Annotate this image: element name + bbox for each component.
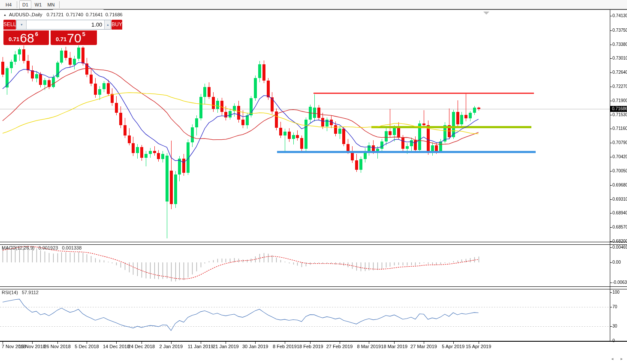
price-tick-label: 0.71900 [612,98,627,104]
price-tick-label: 0.69310 [612,196,627,202]
tab-scrollbar: ◂ ▸ [605,356,623,361]
macd-tick-label: -0.00639 [612,280,627,286]
date-tick-label: 21 Jan 2019 [212,344,239,349]
price-tick-label: 0.71160 [612,126,627,132]
price-tick-label: 0.70050 [612,168,627,174]
date-tick-label: 24 Dec 2018 [128,344,155,349]
date-tick-label: 18 Mar 2019 [380,344,408,349]
price-tick-label: 0.70420 [612,154,627,160]
price-tick-label: 0.74130 [612,13,627,19]
price-tick-label: 0.73010 [612,55,627,61]
rsi-tick-label: 0 [612,338,615,344]
price-tick-label: 0.70790 [612,140,627,146]
sell-button[interactable]: SELL [3,20,16,30]
chart-symbol-label: AUDUSD-,Daily [9,12,42,17]
sell-price-big: 68 [20,32,34,44]
date-tick-label: 26 Nov 2018 [44,344,71,349]
price-tick-label: 0.68200 [612,238,627,244]
current-price-tag: 0.71686 [610,106,627,112]
buy-button[interactable]: BUY [112,20,122,30]
sell-price-box[interactable]: 0.71 68 6 [3,30,49,45]
sell-price-pip: 6 [35,31,38,37]
date-tick-label: 30 Jan 2019 [241,344,269,349]
volume-increase-button[interactable]: ▲ [104,20,111,29]
symbol-marker-icon: ▲ [3,13,6,16]
timeframe-toolbar: H4D1W1MN [0,0,627,9]
rsi-tick-label: 30 [612,323,617,329]
date-tick-label: 5 Dec 2018 [73,344,100,349]
ohlc-low: 0.71641 [86,12,103,17]
date-tick-label: 2 Jan 2019 [157,344,185,349]
chart-canvas[interactable] [0,0,627,364]
toolbar-separator [17,1,17,8]
date-tick-label: 18 Feb 2019 [296,344,324,349]
rsi-tick-label: 100 [612,289,620,295]
date-tick-label: 15 Apr 2019 [465,344,492,349]
price-tick-label: 0.72270 [612,84,627,90]
buy-price-fraction: 0.71 [51,36,67,44]
spin-down-icon: ▼ [20,23,23,26]
price-tick-label: 0.69680 [612,182,627,188]
price-tick-label: 0.71530 [612,112,627,118]
price-tick-label: 0.68570 [612,224,627,230]
buy-price-box[interactable]: 0.71 70 5 [51,30,97,45]
rsi-tick-label: 70 [612,304,617,310]
timeframe-button-mn[interactable]: MN [45,0,57,9]
timeframe-button-h4[interactable]: H4 [3,0,15,9]
date-tick-label: 27 Feb 2019 [326,344,353,349]
mt4-window: H4D1W1MN ▲ AUDUSD-,Daily 0.71721 0.71740… [0,0,627,364]
macd-indicator-label: MACD(12,26,9) 0.001923 0.001338 [2,245,84,250]
chart-shift-marker-icon[interactable] [483,12,489,15]
price-tick-label: 0.73750 [612,27,627,33]
rsi-indicator-label: RSI(14) 57.9112 [2,290,41,295]
ohlc-high: 0.71740 [66,12,83,17]
chart-header: ▲ AUDUSD-,Daily 0.71721 0.71740 0.71641 … [3,12,125,17]
scroll-right-icon[interactable]: ▸ [621,356,623,361]
date-tick-label: 27 Mar 2019 [410,344,437,349]
ohlc-close: 0.71686 [106,12,123,17]
volume-input[interactable] [27,20,104,29]
price-tick-label: 0.73380 [612,42,627,48]
rsi-name: RSI(14) [2,290,18,295]
macd-tick-label: 0.00 [612,259,621,265]
volume-stepper: ▼ ▲ [16,20,111,30]
macd-value-1: 0.001923 [38,245,58,250]
volume-decrease-button[interactable]: ▼ [17,20,27,29]
ohlc-open: 0.71721 [47,12,64,17]
one-click-trading-panel: SELL ▼ ▲ BUY 0.71 68 6 0.71 70 5 [3,20,97,45]
date-tick-label: 8 Feb 2019 [271,344,298,349]
price-tick-label: 0.72640 [612,69,627,75]
timeframe-button-w1[interactable]: W1 [32,0,44,9]
date-tick-label: 11 Jan 2019 [187,344,214,349]
buy-price-big: 70 [67,32,81,44]
timeframe-button-d1[interactable]: D1 [19,0,31,9]
date-tick-label: 8 Mar 2019 [355,344,383,349]
date-tick-label: 14 Dec 2018 [102,344,130,349]
rsi-value: 57.9112 [22,290,39,295]
sell-price-fraction: 0.71 [3,36,20,44]
macd-name: MACD(12,26,9) [2,245,34,250]
price-tick-label: 0.68940 [612,210,627,216]
toolbar-separator [59,1,60,8]
spin-up-icon: ▲ [106,23,109,26]
macd-value-2: 0.001338 [62,245,81,250]
date-tick-label: 5 Apr 2019 [440,344,467,349]
scroll-left-icon[interactable]: ◂ [611,356,613,361]
macd-tick-label: 0.004694 [612,244,627,250]
date-tick-label: 16 Nov 2018 [18,344,46,349]
buy-price-pip: 5 [82,31,85,37]
